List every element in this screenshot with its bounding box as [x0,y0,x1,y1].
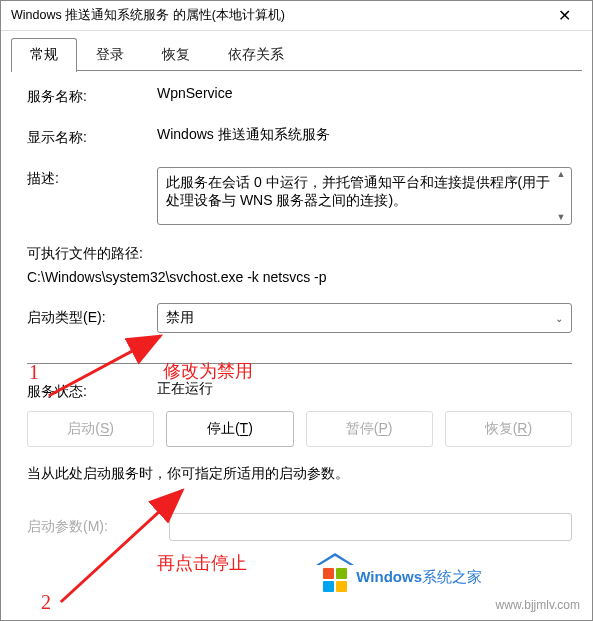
properties-dialog: Windows 推送通知系统服务 的属性(本地计算机) ✕ 常规 登录 恢复 依… [0,0,593,621]
tab-dependencies[interactable]: 依存关系 [209,38,303,72]
close-button[interactable]: ✕ [544,2,584,30]
value-description: 此服务在会话 0 中运行，并托管通知平台和连接提供程序(用于处理设备与 WNS … [166,174,550,208]
value-service-status: 正在运行 [157,380,572,398]
section-divider [27,363,572,364]
pause-button: 暂停(P) [306,411,433,447]
watermark-url: www.bjjmlv.com [496,598,580,612]
start-params-hint: 当从此处启动服务时，你可指定所适用的启动参数。 [27,465,572,483]
close-icon: ✕ [558,6,571,25]
label-description: 描述: [27,167,157,188]
label-service-status: 服务状态: [27,380,157,401]
start-button: 启动(S) [27,411,154,447]
tab-general[interactable]: 常规 [11,38,77,72]
value-service-name: WpnService [157,85,572,101]
chevron-down-icon: ⌄ [555,313,563,324]
value-exec-path: C:\Windows\system32\svchost.exe -k netsv… [27,269,572,285]
tab-logon[interactable]: 登录 [77,38,143,72]
label-display-name: 显示名称: [27,126,157,147]
window-title: Windows 推送通知系统服务 的属性(本地计算机) [11,7,285,24]
annotation-number-2: 2 [41,591,51,614]
value-startup-type: 禁用 [166,309,194,327]
watermark-logo: Windows系统之家 [320,562,482,592]
description-scrollbar[interactable]: ▲ ▼ [553,170,569,222]
watermark-text: Windows系统之家 [356,568,482,587]
title-bar: Windows 推送通知系统服务 的属性(本地计算机) ✕ [1,1,592,31]
windows-house-icon [320,562,350,592]
tab-recovery[interactable]: 恢复 [143,38,209,72]
resume-button: 恢复(R) [445,411,572,447]
description-textbox[interactable]: 此服务在会话 0 中运行，并托管通知平台和连接提供程序(用于处理设备与 WNS … [157,167,572,225]
tab-strip: 常规 登录 恢复 依存关系 [1,31,592,71]
label-exec-path: 可执行文件的路径: [27,245,572,263]
stop-button[interactable]: 停止(T) [166,411,293,447]
start-params-input [169,513,572,541]
scroll-down-icon[interactable]: ▼ [557,213,566,222]
annotation-tip-2: 再点击停止 [157,551,247,575]
label-startup-type: 启动类型(E): [27,303,157,327]
startup-type-select[interactable]: 禁用 ⌄ [157,303,572,333]
value-display-name: Windows 推送通知系统服务 [157,126,572,144]
scroll-up-icon[interactable]: ▲ [557,170,566,179]
label-start-params: 启动参数(M): [27,518,157,536]
label-service-name: 服务名称: [27,85,157,106]
